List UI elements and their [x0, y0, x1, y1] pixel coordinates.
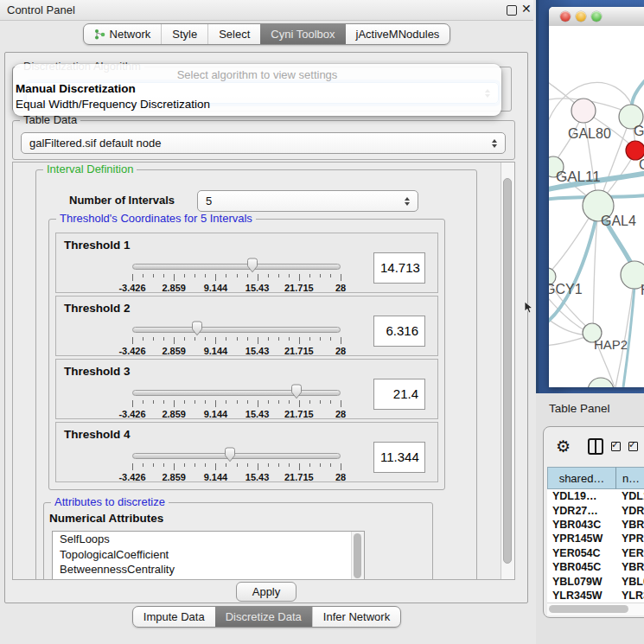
cell-shared-name[interactable]: YBL079W — [547, 576, 618, 588]
slider-track[interactable] — [132, 264, 341, 270]
horizontal-scrollbar-thumb[interactable] — [549, 605, 628, 613]
combo-stepper-icon — [492, 139, 497, 148]
tab-cyni-toolbox[interactable]: Cyni Toolbox — [260, 24, 345, 44]
tab-jactivemnodules[interactable]: jActiveMNodules — [346, 24, 450, 44]
tab-infer-network[interactable]: Infer Network — [312, 607, 400, 627]
network-window-titlebar[interactable] — [549, 7, 644, 27]
settings-scrollbar-thumb[interactable] — [503, 178, 512, 564]
slider-track[interactable] — [132, 390, 341, 396]
cell-name[interactable]: YER0 — [618, 547, 644, 559]
cell-name[interactable]: YPR1 — [618, 532, 644, 545]
numerical-attributes-list[interactable]: SelfLoopsTopologicalCoefficientBetweenne… — [52, 531, 365, 579]
slider-tick — [237, 400, 238, 404]
threshold-value-input[interactable]: 14.713 — [373, 252, 425, 284]
threshold-label: Threshold 3 — [64, 365, 131, 378]
cell-name[interactable]: YBR0 — [618, 519, 644, 531]
list-scrollbar-thumb[interactable] — [354, 533, 361, 578]
apply-bar: Apply — [5, 580, 527, 606]
table-row[interactable]: YBR045CYBR0 — [547, 560, 644, 574]
cell-shared-name[interactable]: YBR045C — [547, 561, 618, 573]
apply-button[interactable]: Apply — [236, 582, 297, 602]
cell-name[interactable]: YLR3 — [618, 590, 644, 602]
slider-tick — [299, 274, 300, 281]
close-icon[interactable]: ✕ — [521, 2, 532, 16]
float-window-icon[interactable] — [507, 5, 517, 16]
tab-select[interactable]: Select — [207, 24, 260, 44]
tab-network[interactable]: Network — [84, 24, 162, 44]
column-header-name[interactable]: n… — [616, 467, 644, 489]
cell-shared-name[interactable]: YER054C — [547, 547, 618, 559]
table-data-combo[interactable]: galFiltered.sif default node — [21, 132, 506, 154]
mouse-cursor — [524, 301, 534, 315]
tab-discretize-data[interactable]: Discretize Data — [215, 607, 312, 627]
panel-title: Control Panel — [7, 3, 75, 16]
column-header-shared-name[interactable]: shared… — [547, 467, 616, 489]
combo-stepper-icon — [405, 197, 410, 206]
bottom-tab-group: Impute Data Discretize Data Infer Networ… — [132, 606, 401, 628]
table-panel-title: Table Panel — [536, 393, 644, 415]
settings-scroll-inner: Interval Definition Number of Intervals … — [13, 163, 501, 579]
cell-shared-name[interactable]: YPR145W — [547, 532, 618, 545]
split-column-icon[interactable] — [588, 438, 603, 455]
table-row[interactable]: YER054CYER0 — [547, 546, 644, 560]
slider-track[interactable] — [132, 327, 341, 333]
dropdown-option-manual[interactable]: Manual Discretization — [13, 81, 501, 97]
table-row[interactable]: YBR043CYBR0 — [547, 518, 644, 532]
slider-tick — [258, 337, 258, 344]
checkbox-checked-icon[interactable] — [628, 442, 638, 451]
close-traffic-light-icon[interactable] — [560, 11, 571, 22]
cell-name[interactable]: YDR2 — [618, 505, 644, 517]
tab-style[interactable]: Style — [161, 24, 207, 44]
node-label-gal4: GAL4 — [601, 214, 636, 228]
table-row[interactable]: YBL079WYBL0 — [547, 574, 644, 588]
threshold-value-input[interactable]: 21.4 — [373, 379, 425, 410]
slider-tick — [226, 337, 226, 341]
slider-tick — [341, 400, 341, 407]
node-gal80[interactable] — [571, 99, 596, 123]
top-tab-group: Network Style Select Cyni Toolbox jActiv… — [83, 23, 451, 45]
minimize-traffic-light-icon[interactable] — [576, 11, 586, 22]
slider-tick — [268, 463, 269, 467]
network-window: GAL80 GA C GAL11 GAL4 GCY1 H HAP2 — [549, 7, 644, 387]
table-toolbar: ⚙ — [551, 434, 644, 458]
tab-impute-data[interactable]: Impute Data — [133, 607, 215, 627]
network-canvas[interactable]: GAL80 GA C GAL11 GAL4 GCY1 H HAP2 — [549, 26, 644, 387]
cell-shared-name[interactable]: YDR27… — [547, 505, 618, 517]
slider-thumb[interactable] — [290, 384, 304, 403]
checkbox-checked-icon[interactable] — [611, 442, 621, 451]
node-bottom[interactable] — [588, 378, 614, 387]
list-scrollbar[interactable] — [351, 532, 364, 579]
cell-shared-name[interactable]: YBR043C — [547, 519, 618, 531]
attribute-list-item[interactable]: SelfLoops — [53, 532, 364, 547]
zoom-traffic-light-icon[interactable] — [591, 11, 602, 22]
cell-name[interactable]: YBR0 — [618, 561, 644, 573]
dropdown-option-equal-width[interactable]: Equal Width/Frequency Discretization — [13, 97, 501, 112]
cell-shared-name[interactable]: YLR345W — [547, 590, 618, 602]
gear-icon[interactable]: ⚙ — [556, 438, 571, 455]
slider-thumb[interactable] — [189, 321, 204, 340]
threshold-row: Threshold 3-3.4262.8599.14415.4321.71528… — [55, 359, 438, 419]
node-label-gal80: GAL80 — [568, 126, 611, 141]
attribute-list-item[interactable]: TopologicalCoefficient — [53, 547, 364, 563]
horizontal-scrollbar[interactable] — [547, 603, 644, 615]
tab-label: Impute Data — [143, 610, 205, 623]
threshold-value-input[interactable]: 11.344 — [373, 442, 425, 473]
slider-tick — [299, 463, 300, 470]
cell-name[interactable]: YBL0 — [618, 576, 644, 588]
settings-scrollbar[interactable] — [501, 163, 514, 579]
slider-thumb[interactable] — [223, 447, 238, 466]
num-intervals-combo[interactable]: 5 — [197, 190, 418, 212]
threshold-value-input[interactable]: 6.316 — [373, 316, 425, 347]
table-row[interactable]: YLR345WYLR3 — [547, 589, 644, 603]
cell-name[interactable]: YDL1 — [618, 490, 644, 502]
slider-tick — [226, 274, 226, 277]
threshold-row: Threshold 1-3.4262.8599.14415.4321.71528… — [55, 233, 438, 293]
slider-thumb[interactable] — [245, 258, 260, 277]
cell-shared-name[interactable]: YDL19… — [547, 490, 618, 502]
table-row[interactable]: YDL19…YDL1 — [547, 489, 644, 503]
attribute-list-item[interactable]: BetweennessCentrality — [53, 562, 364, 577]
table-row[interactable]: YDR27…YDR2 — [547, 503, 644, 517]
slider-tick — [163, 337, 164, 341]
threshold-list: Threshold 1-3.4262.8599.14415.4321.71528… — [55, 233, 438, 485]
table-row[interactable]: YPR145WYPR1 — [547, 532, 644, 545]
